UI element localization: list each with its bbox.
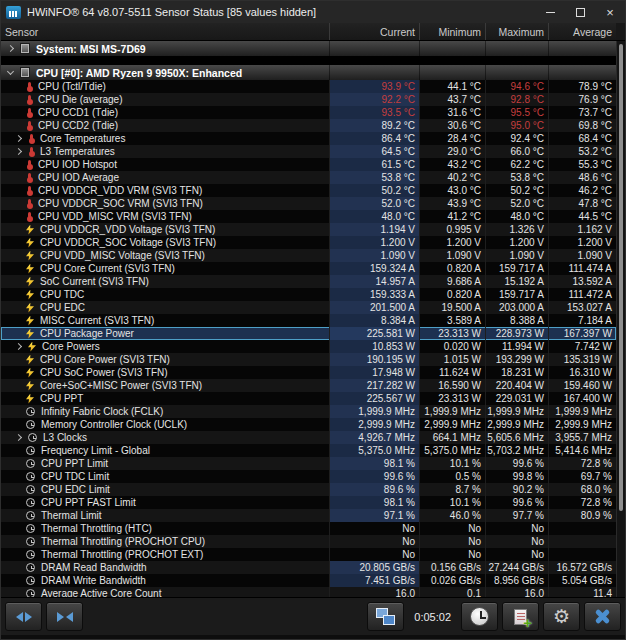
sensor-row[interactable]: CPU Die (average)92.2 °C43.7 °C92.8 °C76… — [1, 93, 616, 106]
selected-sensor-row[interactable]: CPU Package Power225.581 W23.313 W228.97… — [1, 327, 616, 340]
current-value-cell: 1.194 V — [329, 223, 419, 236]
remote-monitoring-button[interactable] — [367, 602, 404, 631]
minimum-value-cell — [419, 41, 485, 56]
sensor-row[interactable]: CPU IOD Hotspot61.5 °C43.2 °C62.2 °C55.3… — [1, 158, 616, 171]
expand-chevron-icon[interactable] — [7, 45, 14, 52]
average-value-cell: 69.7 % — [548, 470, 616, 483]
sensor-row[interactable]: Frequency Limit - Global5,375.0 MHz5,375… — [1, 444, 616, 457]
expand-columns-button[interactable] — [5, 602, 42, 631]
sensor-row[interactable]: Infinity Fabric Clock (FCLK)1,999.9 MHz1… — [1, 405, 616, 418]
sensor-label: CPU VDDCR_SOC VRM (SVI3 TFN) — [38, 198, 203, 209]
sensor-row[interactable]: CPU TDC Limit99.6 %0.5 %99.8 %69.7 % — [1, 470, 616, 483]
sensor-row[interactable]: CPU VDDCR_SOC Voltage (SVI3 TFN)1.200 V1… — [1, 236, 616, 249]
sensor-name-cell: CPU EDC — [1, 301, 329, 314]
settings-button[interactable]: ⚙ — [543, 602, 580, 631]
current-value-cell: 2,999.9 MHz — [329, 418, 419, 431]
sensor-row[interactable]: CPU Core Power (SVI3 TFN)190.195 W1.015 … — [1, 353, 616, 366]
maximum-value-cell: 1.200 V — [485, 236, 548, 249]
lightning-icon — [26, 316, 34, 326]
expand-chevron-icon[interactable] — [15, 343, 22, 350]
section-row[interactable]: System: MSI MS-7D69 — [1, 41, 616, 56]
sensor-row[interactable]: CPU VDD_MISC VRM (SVI3 TFN)48.0 °C41.2 °… — [1, 210, 616, 223]
sensor-row[interactable]: MISC Current (SVI3 TFN)8.384 A3.589 A8.3… — [1, 314, 616, 327]
sensor-row[interactable]: SoC Current (SVI3 TFN)14.957 A9.686 A15.… — [1, 275, 616, 288]
sensor-label: Frequency Limit - Global — [41, 445, 150, 456]
column-header-minimum[interactable]: Minimum — [419, 23, 485, 40]
column-header-sensor[interactable]: Sensor — [1, 23, 329, 40]
average-value-cell: 46.2 °C — [548, 184, 616, 197]
column-header-current[interactable]: Current — [329, 23, 419, 40]
sensor-row[interactable]: CPU PPT Limit98.1 %10.1 %99.6 %72.8 % — [1, 457, 616, 470]
sensor-label: CPU CCD1 (Tdie) — [38, 107, 118, 118]
sensor-row[interactable]: Core+SoC+MISC Power (SVI3 TFN)217.282 W1… — [1, 379, 616, 392]
sensor-row[interactable]: CPU IOD Average53.8 °C40.2 °C53.8 °C48.6… — [1, 171, 616, 184]
sensor-row[interactable]: CPU EDC201.500 A19.500 A203.000 A153.027… — [1, 301, 616, 314]
sensor-label: CPU TDC — [40, 289, 84, 300]
minimum-value-cell: 5,375.0 MHz — [419, 444, 485, 457]
expand-chevron-icon[interactable] — [15, 135, 22, 142]
sensor-row[interactable]: Average Active Core Count16.00.116.011.4 — [1, 587, 616, 597]
maximize-button[interactable] — [565, 1, 595, 23]
minimize-button[interactable] — [535, 1, 565, 23]
current-value-cell: 17.948 W — [329, 366, 419, 379]
minimum-value-cell: 11.624 W — [419, 366, 485, 379]
sensor-row[interactable]: Thermal Limit97.1 %46.0 %97.7 %80.9 % — [1, 509, 616, 522]
sensor-row[interactable]: Core Temperatures86.4 °C28.4 °C92.4 °C68… — [1, 132, 616, 145]
sensor-row[interactable]: CPU TDC159.333 A0.820 A159.717 A111.472 … — [1, 288, 616, 301]
thermometer-icon — [28, 186, 31, 194]
sensor-label: L3 Temperatures — [40, 146, 115, 157]
sensor-label: CPU (Tctl/Tdie) — [38, 81, 106, 92]
clock-icon — [26, 498, 35, 507]
sensor-label: Thermal Throttling (HTC) — [41, 523, 152, 534]
sensor-row[interactable]: DRAM Read Bandwidth20.805 GB/s0.156 GB/s… — [1, 561, 616, 574]
sensor-row[interactable]: CPU PPT FAST Limit98.1 %10.1 %99.6 %72.8… — [1, 496, 616, 509]
sensor-row[interactable]: CPU VDD_MISC Voltage (SVI3 TFN)1.090 V1.… — [1, 249, 616, 262]
logging-button[interactable] — [502, 602, 539, 631]
sensor-row[interactable]: DRAM Write Bandwidth7.451 GB/s0.026 GB/s… — [1, 574, 616, 587]
sensor-name-cell: Average Active Core Count — [1, 587, 329, 597]
vertical-scrollbar[interactable] — [616, 41, 625, 597]
sensor-row[interactable]: Core Powers10.853 W0.020 W11.994 W7.742 … — [1, 340, 616, 353]
expand-arrows-icon — [16, 612, 32, 622]
sensor-row[interactable]: Thermal Throttling (PROCHOT EXT)NoNoNo — [1, 548, 616, 561]
sensor-row[interactable]: CPU (Tctl/Tdie)93.9 °C44.1 °C94.6 °C78.9… — [1, 80, 616, 93]
sensor-row[interactable]: CPU Core Current (SVI3 TFN)159.324 A0.82… — [1, 262, 616, 275]
sensor-row[interactable]: Thermal Throttling (PROCHOT CPU)NoNoNo — [1, 535, 616, 548]
sensor-row[interactable]: CPU EDC Limit89.6 %8.7 %90.2 %68.0 % — [1, 483, 616, 496]
sensor-table-body: System: MSI MS-7D69CPU [#0]: AMD Ryzen 9… — [1, 41, 625, 597]
sensor-row[interactable]: L3 Temperatures64.5 °C29.0 °C66.0 °C53.2… — [1, 145, 616, 158]
title-bar[interactable]: HWiNFO® 64 v8.07-5511 Sensor Status [85 … — [1, 1, 625, 23]
sensor-row[interactable]: L3 Clocks4,926.7 MHz664.1 MHz5,605.6 MHz… — [1, 431, 616, 444]
current-value-cell: No — [329, 535, 419, 548]
maximum-value-cell: 99.8 % — [485, 470, 548, 483]
sensor-row[interactable]: CPU SoC Power (SVI3 TFN)17.948 W11.624 W… — [1, 366, 616, 379]
close-button[interactable]: × — [595, 1, 625, 23]
collapse-chevron-icon[interactable] — [7, 67, 14, 74]
lightning-icon — [26, 264, 34, 274]
sensor-row[interactable]: CPU VDDCR_VDD Voltage (SVI3 TFN)1.194 V0… — [1, 223, 616, 236]
sensor-label: CPU Core Current (SVI3 TFN) — [40, 263, 175, 274]
sensor-label: SoC Current (SVI3 TFN) — [40, 276, 149, 287]
close-sensors-button[interactable] — [584, 602, 621, 631]
column-header-average[interactable]: Average — [548, 23, 616, 40]
column-header-maximum[interactable]: Maximum — [485, 23, 548, 40]
sensor-row[interactable]: Memory Controller Clock (UCLK)2,999.9 MH… — [1, 418, 616, 431]
clock-button[interactable] — [461, 602, 498, 631]
current-value-cell: 1.200 V — [329, 236, 419, 249]
section-row[interactable]: CPU [#0]: AMD Ryzen 9 9950X: Enhanced — [1, 65, 616, 80]
expand-chevron-icon[interactable] — [15, 148, 22, 155]
sensor-label: CPU EDC — [40, 302, 85, 313]
sensor-row[interactable]: Thermal Throttling (HTC)NoNoNo — [1, 522, 616, 535]
maximum-value-cell: 220.404 W — [485, 379, 548, 392]
sensor-row[interactable]: CPU PPT225.567 W23.313 W229.031 W167.400… — [1, 392, 616, 405]
sensor-row[interactable]: CPU VDDCR_VDD VRM (SVI3 TFN)50.2 °C43.0 … — [1, 184, 616, 197]
maximum-value-cell: 90.2 % — [485, 483, 548, 496]
collapse-columns-button[interactable] — [46, 602, 83, 631]
minimum-value-cell: No — [419, 522, 485, 535]
sensor-row[interactable]: CPU CCD1 (Tdie)93.5 °C31.6 °C95.5 °C73.7… — [1, 106, 616, 119]
sensor-row[interactable]: CPU VDDCR_SOC VRM (SVI3 TFN)52.0 °C43.9 … — [1, 197, 616, 210]
sensor-row[interactable]: CPU CCD2 (Tdie)89.2 °C30.6 °C95.0 °C69.8… — [1, 119, 616, 132]
expand-chevron-icon[interactable] — [15, 434, 22, 441]
minimum-value-cell: 0.156 GB/s — [419, 561, 485, 574]
scrollbar-thumb[interactable] — [619, 44, 623, 511]
